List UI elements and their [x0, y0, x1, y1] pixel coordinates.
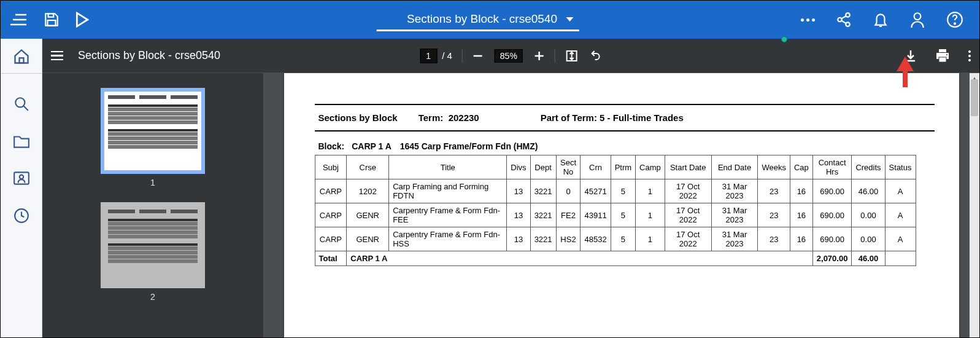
col-crse: Crse — [347, 155, 389, 179]
col-credits: Credits — [852, 155, 885, 179]
more-icon[interactable] — [801, 18, 815, 22]
play-icon[interactable] — [75, 12, 89, 28]
active-tab-underline — [377, 29, 579, 31]
page-area[interactable]: Sections by Block Term: 202230 Part of T… — [263, 73, 979, 337]
divider — [462, 49, 463, 63]
col-dept: Dept — [530, 155, 556, 179]
svg-point-19 — [19, 175, 23, 179]
zoom-out-button[interactable] — [473, 50, 484, 61]
svg-rect-29 — [939, 57, 946, 62]
page-title: Sections by Block - crse0540 — [407, 12, 557, 26]
col-start: Start Date — [665, 155, 711, 179]
thumbnail-label: 1 — [150, 178, 155, 187]
svg-point-8 — [846, 22, 850, 26]
col-end: End Date — [711, 155, 758, 179]
table-row: CARPGENRCarpentry Frame & Form Fdn-HSS13… — [315, 227, 916, 251]
scrollbar-thumb[interactable] — [971, 79, 978, 116]
more-vertical-icon[interactable] — [968, 50, 971, 61]
svg-line-10 — [841, 21, 846, 23]
svg-rect-4 — [48, 20, 56, 26]
svg-marker-5 — [77, 13, 87, 26]
total-contact: 2,070.00 — [812, 251, 852, 266]
report-title: Sections by Block — [318, 112, 398, 123]
total-label: Total — [315, 251, 347, 266]
contact-icon[interactable] — [13, 171, 30, 186]
app-topbar: Sections by Block - crse0540 — [1, 1, 979, 39]
home-icon[interactable] — [13, 49, 30, 65]
thumbnail[interactable] — [101, 88, 205, 174]
svg-point-14 — [954, 23, 955, 24]
report-page: Sections by Block Term: 202230 Part of T… — [284, 73, 959, 337]
thumbnail-label: 2 — [150, 292, 155, 302]
viewer-toolbar: Sections by Block - crse0540 / 4 85% — [42, 39, 979, 73]
history-icon[interactable] — [14, 208, 29, 224]
svg-rect-15 — [19, 58, 23, 63]
term-label: Term: — [419, 112, 444, 123]
part-of-term: Part of Term: 5 - Full-time Trades — [541, 112, 684, 123]
share-icon[interactable] — [836, 12, 852, 28]
help-icon[interactable] — [946, 11, 963, 28]
zoom-value: 85% — [495, 49, 523, 63]
left-nav-rail — [1, 39, 42, 337]
block-code: CARP 1 A — [352, 141, 392, 151]
block-label: Block: — [318, 141, 345, 151]
total-code: CARP 1 A — [347, 251, 812, 266]
col-status: Status — [885, 155, 916, 179]
col-title: Title — [389, 155, 507, 179]
thumbnail[interactable] — [101, 202, 205, 288]
col-cap: Cap — [790, 155, 812, 179]
page-input[interactable] — [420, 49, 437, 63]
col-divs: Divs — [507, 155, 530, 179]
svg-line-9 — [841, 16, 846, 18]
svg-point-30 — [946, 54, 947, 55]
table-row: CARP1202Carp Framing and Forming FDTN133… — [315, 179, 916, 203]
col-subj: Subj — [315, 155, 347, 179]
notification-dot — [781, 36, 787, 42]
page-total: / 4 — [442, 50, 452, 61]
svg-point-16 — [15, 98, 25, 107]
col-weeks: Weeks — [758, 155, 790, 179]
chevron-down-icon[interactable] — [566, 17, 573, 22]
search-icon[interactable] — [14, 96, 29, 112]
svg-rect-27 — [939, 49, 946, 52]
svg-rect-3 — [48, 14, 54, 17]
sections-table: Subj Crse Title Divs Dept Sect No Crn Pt… — [315, 155, 916, 266]
table-row: CARPGENRCarpentry Frame & Form Fdn-FEE13… — [315, 203, 916, 227]
col-contact: Contact Hrs — [812, 155, 852, 179]
svg-point-6 — [846, 13, 850, 17]
bell-icon[interactable] — [873, 11, 889, 28]
term-value: 202230 — [449, 112, 479, 123]
svg-point-12 — [914, 13, 921, 20]
col-ptrm: Ptrm — [611, 155, 635, 179]
tasks-icon[interactable] — [10, 12, 28, 27]
col-crn: Crn — [581, 155, 611, 179]
hamburger-icon[interactable] — [51, 51, 63, 61]
divider — [555, 49, 555, 63]
thumbnail-pane: 1 — [42, 73, 263, 337]
fit-page-icon[interactable] — [565, 49, 579, 63]
download-icon[interactable] — [905, 49, 917, 63]
folder-icon[interactable] — [13, 134, 30, 149]
page-selector: / 4 — [420, 49, 452, 63]
total-row: Total CARP 1 A 2,070.00 46.00 — [315, 251, 916, 266]
scrollbar[interactable]: ▲ — [970, 73, 979, 337]
rotate-icon[interactable] — [588, 49, 602, 63]
viewer-title: Sections by Block - crse0540 — [78, 49, 220, 62]
save-icon[interactable] — [44, 12, 60, 28]
zoom-in-button[interactable] — [534, 50, 545, 61]
col-sect: Sect No — [556, 155, 581, 179]
table-header-row: Subj Crse Title Divs Dept Sect No Crn Pt… — [315, 155, 916, 179]
svg-line-17 — [23, 106, 28, 111]
print-icon[interactable] — [935, 49, 950, 63]
col-camp: Camp — [636, 155, 665, 179]
block-desc: 1645 Carp Frame/Form Fdn (HMZ) — [400, 141, 538, 151]
profile-icon[interactable] — [909, 11, 925, 28]
total-credits: 46.00 — [852, 251, 885, 266]
svg-point-7 — [838, 18, 842, 22]
